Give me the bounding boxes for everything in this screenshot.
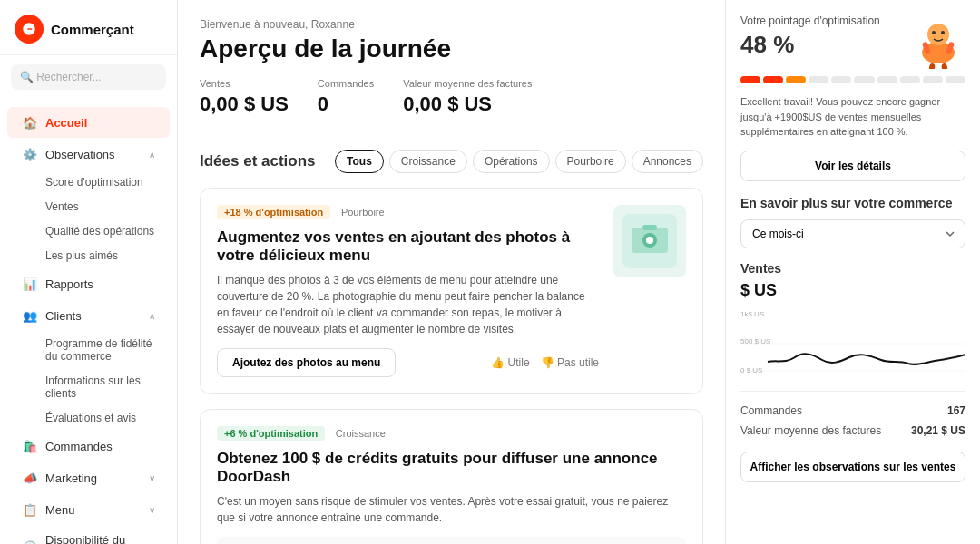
card2-desc: C'est un moyen sans risque de stimuler v… [217, 493, 686, 526]
sidebar-item-observations-label: Observations [45, 148, 115, 161]
svg-rect-14 [941, 63, 948, 69]
card1-badge: +18 % d'optimisation [217, 205, 330, 219]
stat-ventes-label: Ventes [200, 78, 289, 89]
progress-seg-9 [923, 76, 943, 83]
stat-ventes: Ventes 0,00 $ US [200, 78, 289, 116]
card1-action-button[interactable]: Ajoutez des photos au menu [217, 348, 396, 377]
progress-bar [740, 76, 965, 83]
sales-observations-button[interactable]: Afficher les observations sur les ventes [740, 452, 965, 482]
svg-point-10 [941, 31, 945, 34]
sidebar-navigation: 🏠 Accueil ⚙️ Observations ∧ Score d'opti… [0, 99, 177, 544]
period-select[interactable]: Ce mois-ci Ce trimestre Cette année [740, 219, 965, 248]
card1-footer: Ajoutez des photos au menu 👍 Utile 👎 Pas… [217, 348, 599, 377]
sidebar-subitem-infos[interactable]: Informations sur les clients [7, 369, 170, 405]
card2-title: Obtenez 100 $ de crédits gratuits pour d… [217, 450, 686, 486]
sidebar-item-rapports[interactable]: 📊 Rapports [7, 268, 170, 299]
sidebar-item-accueil-label: Accueil [45, 116, 87, 130]
svg-point-8 [927, 24, 949, 45]
card1-feedback: 👍 Utile 👎 Pas utile [491, 356, 599, 369]
progress-seg-4 [808, 76, 828, 83]
welcome-message: Bienvenue à nouveau, Roxanne [200, 18, 703, 31]
stat-factures-value: 30,21 $ US [911, 424, 965, 437]
feedback-not-useful-icon[interactable]: 👎 Pas utile [541, 356, 599, 369]
stat-ventes-value: 0,00 $ US [200, 92, 289, 116]
sidebar-item-disponibilite-label: Disponibilité du commerce [45, 533, 155, 544]
learn-section-title: En savoir plus sur votre commerce [740, 196, 965, 210]
sidebar-logo: Commerçant [0, 0, 177, 55]
filter-tabs: Tous Croissance Opérations Pourboire Ann… [335, 150, 703, 173]
opt-label: Votre pointage d'optimisation [740, 15, 880, 27]
card-photos: +18 % d'optimisation Pourboire Augmentez… [200, 188, 703, 394]
sidebar-item-clients-label: Clients [45, 309, 82, 323]
progress-seg-10 [946, 76, 965, 83]
ventes-title: Ventes [740, 261, 965, 276]
svg-point-9 [932, 31, 936, 34]
sidebar-item-disponibilite[interactable]: 🕐 Disponibilité du commerce [7, 526, 170, 544]
center-content: Bienvenue à nouveau, Roxanne Aperçu de l… [178, 0, 726, 544]
opt-details-button[interactable]: Voir les détails [740, 151, 965, 181]
megaphone-icon: 📣 [22, 470, 38, 486]
optimization-info: Votre pointage d'optimisation 48 % [740, 15, 880, 59]
card1-desc: Il manque des photos à 3 de vos éléments… [217, 272, 599, 337]
card1-tag: Pourboire [341, 207, 385, 218]
sales-stat-factures: Valeur moyenne des factures 30,21 $ US [740, 421, 965, 441]
page-title: Aperçu de la journée [200, 34, 703, 63]
sidebar-subitem-aimes[interactable]: Les plus aimés [7, 244, 170, 267]
sales-stat-commandes: Commandes 167 [740, 401, 965, 421]
optimization-header: Votre pointage d'optimisation 48 % [740, 15, 965, 69]
opt-score: 48 % [740, 31, 880, 59]
sidebar-item-commandes-label: Commandes [45, 440, 113, 453]
sidebar-search[interactable]: 🔍 Rechercher... [11, 64, 166, 90]
sidebar-subitem-ventes[interactable]: Ventes [7, 195, 170, 219]
sidebar-subitem-score[interactable]: Score d'optimisation [7, 170, 170, 194]
card1-text: +18 % d'optimisation Pourboire Augmentez… [217, 205, 599, 377]
card1-content-row: +18 % d'optimisation Pourboire Augmentez… [217, 205, 686, 377]
sidebar-item-menu[interactable]: 📋 Menu ∨ [7, 494, 170, 525]
sidebar-item-marketing[interactable]: 📣 Marketing ∨ [7, 462, 170, 493]
stat-factures: Valeur moyenne des factures 0,00 $ US [403, 78, 532, 116]
card2-tag: Croissance [336, 428, 386, 439]
observations-icon: ⚙️ [22, 146, 38, 162]
stat-commandes-label: Commandes [318, 78, 374, 89]
sidebar-item-observations[interactable]: ⚙️ Observations ∧ [7, 139, 170, 170]
ideas-title: Idées et actions [200, 152, 316, 170]
chevron-down-icon-clients: ∧ [149, 311, 155, 321]
progress-seg-2 [763, 76, 783, 83]
progress-seg-1 [740, 76, 760, 83]
filter-croissance[interactable]: Croissance [389, 150, 467, 173]
sidebar-item-commandes[interactable]: 🛍️ Commandes [7, 431, 170, 461]
filter-tous[interactable]: Tous [335, 150, 384, 173]
sidebar-item-clients[interactable]: 👥 Clients ∧ [7, 300, 170, 331]
opt-description: Excellent travail! Vous pouvez encore ga… [740, 94, 965, 140]
right-panel: Votre pointage d'optimisation 48 % [726, 0, 980, 544]
card1-title: Augmentez vos ventes en ajoutant des pho… [217, 228, 599, 265]
sidebar-subitem-evaluations[interactable]: Évaluations et avis [7, 406, 170, 430]
sidebar-subitem-qualite[interactable]: Qualité des opérations [7, 219, 170, 243]
svg-point-3 [646, 237, 653, 244]
menu-icon: 📋 [22, 501, 38, 518]
chart-icon: 📊 [22, 276, 38, 292]
chevron-down-icon-marketing: ∨ [149, 473, 155, 483]
stats-row: Ventes 0,00 $ US Commandes 0 Valeur moye… [200, 78, 703, 131]
main-content: Bienvenue à nouveau, Roxanne Aperçu de l… [178, 0, 980, 544]
content-area: Bienvenue à nouveau, Roxanne Aperçu de l… [178, 0, 980, 544]
bag-icon: 🛍️ [22, 438, 38, 454]
card1-image [613, 205, 686, 277]
svg-text:0 $ US: 0 $ US [740, 366, 762, 374]
stat-commandes-value: 167 [947, 404, 965, 417]
card2-badge: +6 % d'optimisation [217, 426, 325, 441]
feedback-useful-icon[interactable]: 👍 Utile [491, 356, 529, 369]
filter-operations[interactable]: Opérations [473, 150, 550, 173]
filter-pourboire[interactable]: Pourboire [555, 150, 626, 173]
sidebar-item-accueil[interactable]: 🏠 Accueil [7, 107, 170, 138]
progress-seg-8 [900, 76, 920, 83]
sidebar-item-rapports-label: Rapports [45, 277, 93, 291]
stat-commandes: Commandes 0 [318, 78, 374, 116]
sidebar: Commerçant 🔍 Rechercher... 🏠 Accueil ⚙️ … [0, 0, 178, 544]
progress-seg-5 [831, 76, 851, 83]
stat-factures-value: 0,00 $ US [403, 92, 532, 116]
sidebar-item-menu-label: Menu [45, 503, 75, 517]
card-doordash-ad: +6 % d'optimisation Croissance Obtenez 1… [200, 409, 703, 544]
filter-annonces[interactable]: Annonces [632, 150, 703, 173]
sidebar-subitem-fidelite[interactable]: Programme de fidélité du commerce [7, 332, 170, 368]
